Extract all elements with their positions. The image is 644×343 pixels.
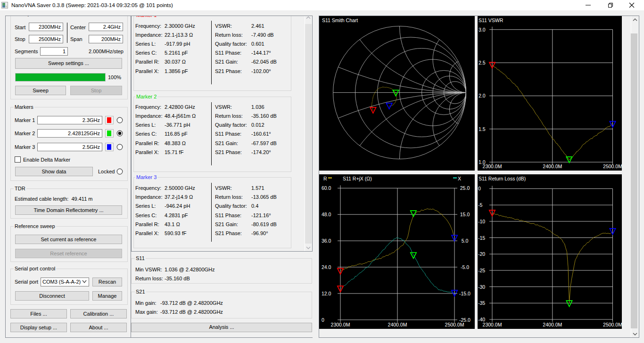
svg-text:-20: -20 <box>478 251 485 257</box>
svg-text:-10: -10 <box>478 219 485 224</box>
svg-text:15.0: 15.0 <box>460 212 470 217</box>
svg-text:2500.0M: 2500.0M <box>603 322 622 327</box>
svg-text:24.0: 24.0 <box>322 264 331 270</box>
svg-text:-15.0: -15.0 <box>459 291 471 296</box>
svg-text:-25: -25 <box>478 268 485 273</box>
svg-text:2400.0M: 2400.0M <box>543 163 562 169</box>
svg-text:2.5: 2.5 <box>479 60 486 65</box>
svg-text:12.0: 12.0 <box>322 291 331 296</box>
svg-text:3.0: 3.0 <box>479 27 486 33</box>
svg-text:2.0: 2.0 <box>479 93 486 98</box>
svg-text:-5: -5 <box>478 202 482 208</box>
svg-text:-5.0: -5.0 <box>461 264 469 270</box>
svg-text:S11 VSWR: S11 VSWR <box>479 17 504 23</box>
svg-text:60.0: 60.0 <box>322 185 331 191</box>
svg-text:X: X <box>458 176 461 181</box>
svg-text:S11 R+jX (Ω): S11 R+jX (Ω) <box>343 176 372 181</box>
svg-text:S11 Return Loss (dB): S11 Return Loss (dB) <box>479 176 526 181</box>
svg-text:-35: -35 <box>478 300 485 306</box>
svg-text:2500.0M: 2500.0M <box>603 163 622 169</box>
svg-text:-30: -30 <box>478 284 485 290</box>
svg-text:2300.0M: 2300.0M <box>331 322 350 327</box>
svg-text:S11 Smith Chart: S11 Smith Chart <box>322 17 358 23</box>
svg-text:R: R <box>323 176 327 181</box>
svg-text:2400.0M: 2400.0M <box>543 322 562 327</box>
svg-text:25.0: 25.0 <box>460 185 470 191</box>
svg-text:0: 0 <box>478 186 481 191</box>
svg-text:2300.0M: 2300.0M <box>483 322 502 327</box>
svg-text:2500.0M: 2500.0M <box>445 322 464 327</box>
svg-text:36.0: 36.0 <box>322 238 331 244</box>
svg-text:48.0: 48.0 <box>322 212 331 217</box>
svg-text:2300.0M: 2300.0M <box>483 163 502 169</box>
svg-text:2400.0M: 2400.0M <box>388 322 407 327</box>
svg-text:-15: -15 <box>478 235 485 241</box>
svg-text:1.5: 1.5 <box>479 126 486 132</box>
svg-text:5.0: 5.0 <box>462 238 469 244</box>
svg-text:0: 0 <box>322 317 324 323</box>
